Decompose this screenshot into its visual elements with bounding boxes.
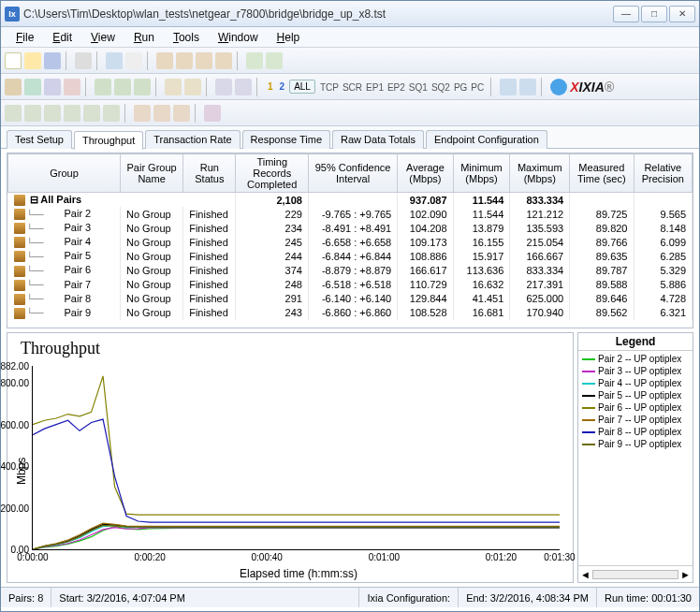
t3-icon-5[interactable] <box>83 105 100 122</box>
tab-transaction-rate[interactable]: Transaction Rate <box>145 130 240 149</box>
col-header[interactable]: Pair Group Name <box>121 154 183 193</box>
run-icon[interactable] <box>106 52 123 69</box>
col-header[interactable]: Measured Time (sec) <box>570 154 634 193</box>
y-tick: 400.00 <box>0 461 29 472</box>
t2-icon-1[interactable] <box>5 79 22 95</box>
table-row[interactable]: └──Pair 3No GroupFinished234-8.491 : +8.… <box>8 221 693 235</box>
print-icon[interactable] <box>75 52 92 69</box>
info-icon[interactable] <box>550 79 567 95</box>
summary-row[interactable]: ⊟ All Pairs <box>8 193 236 208</box>
legend-item[interactable]: Pair 3 -- UP optiplex <box>582 365 689 377</box>
t3-icon-10[interactable] <box>204 105 221 122</box>
tool-icon-5[interactable] <box>246 52 263 69</box>
table-row[interactable]: └──Pair 5No GroupFinished244-6.844 : +6.… <box>8 249 693 263</box>
col-header[interactable]: Group <box>8 154 121 193</box>
filter-pc[interactable]: PC <box>469 82 486 93</box>
filter-tcp[interactable]: TCP <box>318 82 341 93</box>
t3-icon-4[interactable] <box>64 105 80 122</box>
maximize-button[interactable]: □ <box>641 6 667 22</box>
t2-icon-7[interactable] <box>134 79 151 95</box>
t2-icon-9[interactable] <box>184 79 201 95</box>
col-header[interactable]: Run Status <box>183 154 236 193</box>
tab-raw-data-totals[interactable]: Raw Data Totals <box>332 130 424 149</box>
t3-icon-1[interactable] <box>5 105 22 122</box>
t2-icon-6[interactable] <box>114 79 131 95</box>
t2-icon-4[interactable] <box>64 79 80 95</box>
table-row[interactable]: └──Pair 7No GroupFinished248-6.518 : +6.… <box>8 278 693 292</box>
legend-scrollbar[interactable]: ◄► <box>578 565 693 582</box>
tool-icon-3[interactable] <box>196 52 212 69</box>
col-header[interactable]: Minimum (Mbps) <box>453 154 510 193</box>
tool-icon-6[interactable] <box>266 52 283 69</box>
x-tick: 0:00:40 <box>252 552 283 562</box>
tool-icon-2[interactable] <box>176 52 193 69</box>
open-icon[interactable] <box>24 52 41 69</box>
menu-run[interactable]: Run <box>126 29 162 46</box>
chart-panel: Throughput Mbps 882.00800.00600.00400.00… <box>7 332 574 583</box>
legend-item[interactable]: Pair 6 -- UP optiplex <box>582 401 689 414</box>
menu-view[interactable]: View <box>83 29 123 46</box>
table-row[interactable]: └──Pair 9No GroupFinished243-6.860 : +6.… <box>8 306 693 320</box>
table-row[interactable]: └──Pair 6No GroupFinished374-8.879 : +8.… <box>8 263 693 277</box>
t2-icon-13[interactable] <box>519 79 536 95</box>
filter-sq1[interactable]: SQ1 <box>407 82 430 93</box>
close-button[interactable]: ✕ <box>669 6 695 22</box>
t2-icon-10[interactable] <box>215 79 232 95</box>
tab-test-setup[interactable]: Test Setup <box>7 130 72 149</box>
col-header[interactable]: Relative Precision <box>634 154 693 193</box>
table-row[interactable]: └──Pair 4No GroupFinished245-6.658 : +6.… <box>8 235 693 249</box>
col-header[interactable]: 95% Confidence Interval <box>308 154 397 193</box>
menu-window[interactable]: Window <box>211 29 266 46</box>
status-pairs: Pairs: 8 <box>1 588 51 607</box>
t2-icon-12[interactable] <box>500 79 517 95</box>
status-start: Start: 3/2/2016, 4:07:04 PM <box>51 588 359 607</box>
tab-response-time[interactable]: Response Time <box>242 130 330 149</box>
menu-tools[interactable]: Tools <box>166 29 207 46</box>
t3-icon-2[interactable] <box>24 105 41 122</box>
stop-icon[interactable] <box>125 52 142 69</box>
table-row[interactable]: └──Pair 8No GroupFinished291-6.140 : +6.… <box>8 292 693 306</box>
legend-item[interactable]: Pair 8 -- UP optiplex <box>582 426 689 438</box>
chart-plot-area[interactable]: 882.00800.00600.00400.00200.000.000:00:0… <box>32 366 560 550</box>
menu-bar: File Edit View Run Tools Window Help <box>1 27 699 48</box>
t3-icon-8[interactable] <box>153 105 170 122</box>
filter-sq2[interactable]: SQ2 <box>430 82 452 93</box>
t3-icon-6[interactable] <box>103 105 120 122</box>
legend-item[interactable]: Pair 5 -- UP optiplex <box>582 389 689 401</box>
new-icon[interactable] <box>5 52 22 69</box>
toolbar-3 <box>1 100 699 126</box>
table-row[interactable]: └──Pair 2No GroupFinished229-9.765 : +9.… <box>8 207 693 221</box>
save-icon[interactable] <box>44 52 61 69</box>
filter-pg[interactable]: PG <box>452 82 469 93</box>
t3-icon-3[interactable] <box>44 105 61 122</box>
t2-icon-2[interactable] <box>24 79 41 95</box>
legend-item[interactable]: Pair 2 -- UP optiplex <box>582 353 689 365</box>
x-tick: 0:01:30 <box>544 552 575 562</box>
menu-edit[interactable]: Edit <box>45 29 80 46</box>
filter-ep2[interactable]: EP2 <box>386 82 407 93</box>
t3-icon-7[interactable] <box>134 105 151 122</box>
filter-scr[interactable]: SCR <box>341 82 364 93</box>
tab-throughput[interactable]: Throughput <box>74 131 143 150</box>
minimize-button[interactable]: — <box>613 6 639 22</box>
tab-endpoint-configuration[interactable]: Endpoint Configuration <box>426 130 547 149</box>
filter-ep1[interactable]: EP1 <box>364 82 386 93</box>
t2-icon-11[interactable] <box>235 79 252 95</box>
tool-icon-1[interactable] <box>156 52 173 69</box>
x-tick: 0:00:20 <box>134 552 165 562</box>
menu-help[interactable]: Help <box>270 29 308 46</box>
window-titlebar: Ix C:\Users\Tim\Desktop\wlan_tests\netge… <box>1 1 699 27</box>
all-button[interactable]: ALL <box>289 80 315 94</box>
legend-item[interactable]: Pair 7 -- UP optiplex <box>582 414 689 426</box>
col-header[interactable]: Maximum (Mbps) <box>510 154 570 193</box>
legend-item[interactable]: Pair 9 -- UP optiplex <box>582 438 689 450</box>
t2-icon-5[interactable] <box>95 79 111 95</box>
t3-icon-9[interactable] <box>173 105 190 122</box>
col-header[interactable]: Average (Mbps) <box>398 154 453 193</box>
legend-item[interactable]: Pair 4 -- UP optiplex <box>582 377 689 389</box>
col-header[interactable]: Timing Records Completed <box>236 154 308 193</box>
t2-icon-8[interactable] <box>165 79 182 95</box>
menu-file[interactable]: File <box>8 29 41 46</box>
t2-icon-3[interactable] <box>44 79 61 95</box>
tool-icon-4[interactable] <box>215 52 232 69</box>
